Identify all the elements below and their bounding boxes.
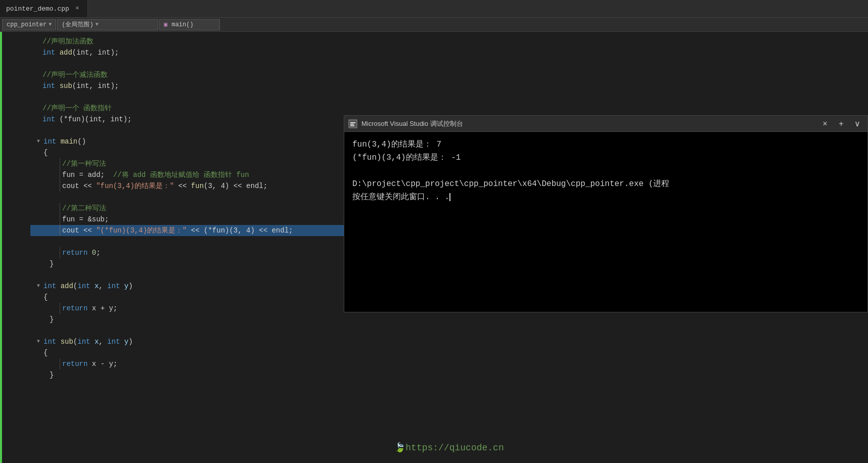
- function-dropdown[interactable]: ▣ main(): [159, 19, 220, 30]
- debug-close-button[interactable]: ×: [819, 118, 831, 130]
- function-icon: ▣: [164, 21, 167, 28]
- debug-output-line-5: 按任意键关闭此窗口. . .: [352, 191, 859, 204]
- watermark-icon: 🍃: [394, 443, 405, 453]
- scope-label: (全局范围): [62, 20, 93, 29]
- code-line-7: //声明一个 函数指针: [30, 103, 868, 114]
- cursor: [449, 193, 450, 201]
- file-tab[interactable]: pointer_demo.cpp ×: [0, 0, 88, 17]
- debug-output-line-1: fun(3,4)的结果是： 7: [352, 138, 859, 151]
- collapse-main[interactable]: ▼: [34, 137, 42, 146]
- debug-title-bar: Microsoft Visual Studio 调试控制台 × + ∨: [344, 116, 867, 132]
- code-line-4: //声明一个减法函数: [30, 69, 868, 80]
- code-line-27: [30, 325, 868, 336]
- tab-bar: pointer_demo.cpp ×: [0, 0, 868, 18]
- svg-rect-1: [350, 122, 355, 123]
- scope-dropdown-arrow: ▼: [96, 22, 99, 27]
- editor-area: //声明加法函数 int add (int, int); //声明一个减法函数 …: [0, 32, 868, 463]
- collapse-add[interactable]: ▼: [34, 282, 42, 290]
- watermark: 🍃https://qiucode.cn: [394, 442, 504, 453]
- project-dropdown-arrow: ▼: [49, 22, 52, 27]
- project-label: cpp_pointer: [7, 21, 47, 28]
- code-line-5: int sub (int, int);: [30, 80, 868, 91]
- collapse-sub[interactable]: ▼: [34, 338, 42, 346]
- tab-close-button[interactable]: ×: [73, 5, 81, 13]
- svg-rect-2: [350, 124, 354, 125]
- code-line-3: [30, 58, 868, 69]
- code-line-31: }: [30, 369, 868, 381]
- debug-console-icon: [348, 119, 357, 128]
- watermark-url: https://qiucode.cn: [405, 443, 504, 453]
- function-label: main(): [171, 21, 193, 28]
- tab-filename: pointer_demo.cpp: [6, 5, 69, 13]
- debug-add-button[interactable]: +: [835, 118, 847, 130]
- debug-title-controls: × + ∨: [819, 118, 863, 130]
- code-line-30: return x - y;: [30, 358, 868, 369]
- debug-console-title: Microsoft Visual Studio 调试控制台: [361, 119, 815, 128]
- code-line-28: ▼ int sub ( int x , int y ): [30, 336, 868, 347]
- debug-console: Microsoft Visual Studio 调试控制台 × + ∨ fun(…: [344, 115, 868, 312]
- toolbar: cpp_pointer ▼ (全局范围) ▼ ▣ main(): [0, 18, 868, 32]
- code-line-6: [30, 91, 868, 103]
- debug-output-line-4: D:\project\cpp_project\cpp_pointer\x64\D…: [352, 177, 859, 191]
- scope-dropdown[interactable]: (全局范围) ▼: [57, 19, 158, 30]
- debug-output-line-3: [352, 164, 859, 177]
- line-gutter: [0, 32, 30, 463]
- debug-output-line-2: (*fun)(3,4)的结果是： -1: [352, 151, 859, 164]
- code-line-29: {: [30, 347, 868, 358]
- code-line-26: }: [30, 314, 868, 325]
- svg-rect-3: [350, 125, 354, 126]
- code-line-1: //声明加法函数: [30, 36, 868, 47]
- project-dropdown[interactable]: cpp_pointer ▼: [2, 19, 56, 30]
- debug-output: fun(3,4)的结果是： 7 (*fun)(3,4)的结果是： -1 D:\p…: [344, 132, 867, 312]
- code-line-2: int add (int, int);: [30, 47, 868, 58]
- debug-chevron-button[interactable]: ∨: [851, 118, 863, 130]
- modified-indicator: [0, 32, 2, 463]
